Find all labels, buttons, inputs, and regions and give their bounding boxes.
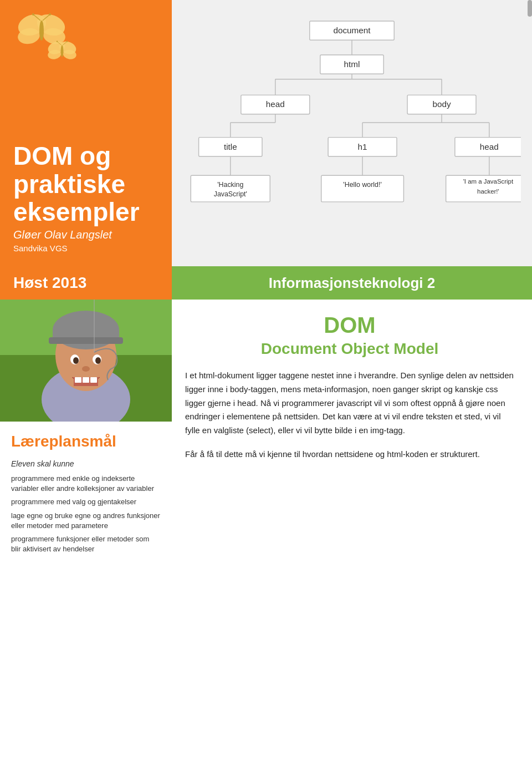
svg-point-4 — [39, 21, 44, 40]
svg-point-7 — [32, 13, 34, 16]
subtitle: Gløer Olav Langslet — [13, 229, 158, 241]
semester-label: Høst 2013 — [13, 274, 86, 292]
subject-label: Informasjonsteknologi 2 — [269, 275, 436, 292]
svg-text:head: head — [266, 99, 285, 109]
svg-point-16 — [57, 41, 58, 42]
svg-point-65 — [73, 357, 79, 364]
subject-block: Informasjonsteknologi 2 — [172, 266, 532, 300]
svg-text:html: html — [344, 59, 360, 69]
svg-point-66 — [95, 357, 101, 364]
svg-point-13 — [61, 45, 64, 57]
dom-subheading: Document Object Model — [185, 340, 514, 358]
svg-text:JavaScript': JavaScript' — [214, 190, 247, 198]
dom-paragraph-2: Får å få til dette må vi kjenne til hvor… — [185, 448, 514, 462]
right-content-panel: DOM Document Object Model I et html-doku… — [172, 300, 532, 781]
svg-rect-62 — [49, 337, 123, 344]
svg-text:'I am a JavaScript: 'I am a JavaScript — [463, 178, 514, 185]
photo-area — [0, 300, 172, 422]
dom-tree-panel: document html head body — [172, 0, 532, 266]
list-item: programmere med valg og gjentakelser — [11, 497, 161, 507]
svg-rect-70 — [83, 377, 89, 383]
curriculum-subtitle: Eleven skal kunne — [11, 459, 161, 468]
curriculum-section: Læreplansmål Eleven skal kunne programme… — [0, 422, 172, 569]
dom-tree-svg: document html head body — [183, 11, 521, 255]
left-content-panel: Læreplansmål Eleven skal kunne programme… — [0, 300, 172, 781]
dom-heading: DOM — [185, 313, 514, 338]
curriculum-title: Læreplansmål — [11, 433, 161, 450]
svg-rect-71 — [90, 377, 97, 383]
left-orange-panel: DOM og praktiske eksempler Gløer Olav La… — [0, 0, 172, 266]
list-item: lage egne og bruke egne og andres funksj… — [11, 511, 161, 531]
svg-text:title: title — [224, 142, 237, 151]
dom-paragraph-1: I et html-dokument ligger taggene nestet… — [185, 369, 514, 438]
svg-text:h1: h1 — [358, 142, 367, 151]
svg-text:body: body — [432, 99, 451, 109]
middle-bar: Høst 2013 Informasjonsteknologi 2 — [0, 266, 532, 300]
semester-block: Høst 2013 — [0, 266, 172, 300]
svg-rect-69 — [75, 377, 81, 383]
butterfly-decoration — [11, 10, 78, 77]
svg-point-67 — [82, 366, 90, 372]
curriculum-list: programmere med enkle og indekserte vari… — [11, 474, 161, 554]
svg-text:head: head — [480, 142, 499, 151]
svg-text:'Hello world!': 'Hello world!' — [343, 181, 381, 189]
main-title: DOM og praktiske eksempler — [13, 142, 158, 226]
list-item: programmere funksjoner eller metoder som… — [11, 534, 161, 554]
scrollbar[interactable] — [528, 0, 532, 17]
svg-text:'Hacking: 'Hacking — [217, 181, 243, 189]
list-item: programmere med enkle og indekserte vari… — [11, 474, 161, 494]
author: Sandvika VGS — [13, 244, 158, 253]
svg-text:hacker!': hacker!' — [477, 188, 499, 195]
svg-text:document: document — [334, 26, 371, 35]
bottom-section: Læreplansmål Eleven skal kunne programme… — [0, 300, 532, 781]
svg-point-8 — [49, 13, 51, 16]
svg-point-17 — [66, 41, 68, 42]
